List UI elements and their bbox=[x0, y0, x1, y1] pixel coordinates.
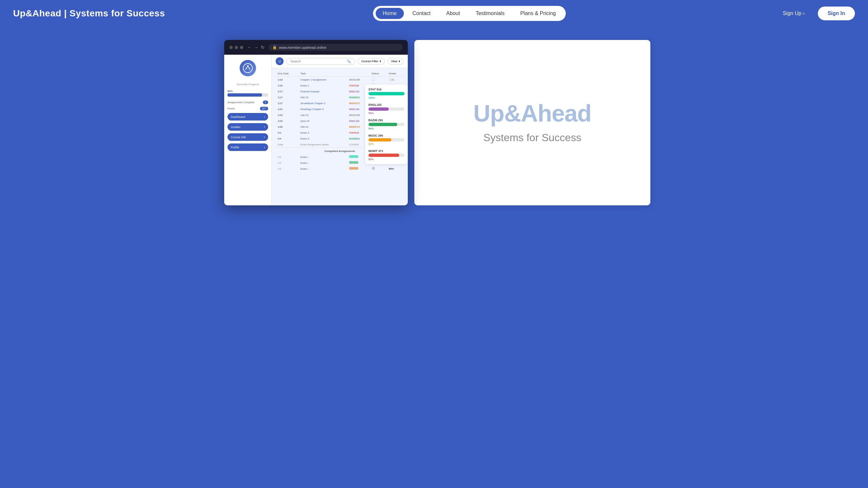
grade-bar-fill bbox=[368, 92, 404, 95]
cell-completed-status bbox=[370, 166, 387, 172]
back-icon[interactable]: ← bbox=[247, 45, 251, 50]
grade-course-item: BADM 291 80% bbox=[368, 119, 404, 130]
browser-nav-icons: ← → ↻ bbox=[247, 45, 265, 50]
grade-percent-label: 85% bbox=[368, 158, 404, 161]
branding-panel: Up&Ahead Systems for Success bbox=[414, 40, 650, 205]
browser-titlebar: ← → ↻ 🔒 www.member.upahead.online bbox=[224, 40, 408, 55]
browser-url-bar: 🔒 www.member.upahead.online bbox=[269, 44, 403, 51]
grade-percent-label: 64% bbox=[368, 142, 404, 145]
assignments-count: 3 bbox=[263, 101, 268, 104]
cell-task: Enter Assignment Name bbox=[298, 141, 347, 148]
col-course bbox=[347, 71, 369, 77]
progress-bar-container: 85% bbox=[227, 90, 268, 97]
cell-task[interactable]: Podcast Sample bbox=[298, 89, 347, 94]
brand-title: Up&Ahead bbox=[473, 101, 591, 125]
grade-course-item: ENGL102 56% bbox=[368, 103, 404, 115]
app-main-inner: Due Date Task Status Grade bbox=[272, 68, 408, 205]
view-chevron-icon: ▾ bbox=[399, 60, 400, 63]
cell-date: 1/17 bbox=[276, 94, 298, 100]
search-box[interactable]: Search 🔍 bbox=[286, 58, 355, 65]
grade-bar-bg bbox=[368, 92, 404, 95]
grade-course-name: STAT 516 bbox=[368, 88, 404, 91]
signin-button[interactable]: Sign In bbox=[818, 6, 855, 20]
main-nav: Home Contact About Testimonials Plans & … bbox=[373, 6, 566, 21]
svg-point-0 bbox=[243, 64, 252, 73]
cell-date: 1/17 bbox=[276, 100, 298, 106]
col-grade: Grade bbox=[387, 71, 404, 77]
app-main: U Search 🔍 Course Filter ▾ View ▾ bbox=[272, 55, 408, 205]
course-info-arrow-icon: › bbox=[264, 135, 265, 139]
demo-wrapper: ← → ↻ 🔒 www.member.upahead.online bbox=[218, 33, 650, 205]
grade-bar-bg bbox=[368, 123, 404, 126]
grade-course-name: ENGL102 bbox=[368, 103, 404, 106]
grade-bar-bg bbox=[368, 154, 404, 157]
header-actions: Sign Up › Sign In bbox=[774, 6, 855, 20]
nav-item-contact[interactable]: Contact bbox=[405, 8, 438, 19]
cell-task[interactable]: Exam 2 bbox=[298, 136, 347, 141]
profile-arrow-icon: › bbox=[264, 145, 265, 149]
signup-button[interactable]: Sign Up › bbox=[774, 6, 814, 20]
app-toolbar: U Search 🔍 Course Filter ▾ View ▾ bbox=[272, 55, 408, 68]
dashboard-arrow-icon: › bbox=[264, 115, 265, 119]
lock-icon: 🔒 bbox=[272, 45, 277, 50]
app-logo-icon bbox=[240, 60, 256, 76]
completed-table-row: 1/1 Exam... 85% bbox=[276, 166, 404, 172]
table-row: 1/16 Chapter 1 Assignment MGSC290 --% bbox=[276, 77, 404, 83]
course-grades-panel: STAT 516 100% ENGL102 56% BADM 291 80% M… bbox=[365, 85, 408, 164]
points-label: Points bbox=[227, 107, 235, 110]
cell-completed-task: Exam... bbox=[298, 154, 347, 160]
cell-task[interactable]: Exam 2 bbox=[298, 130, 347, 136]
cell-completed-task: Exam... bbox=[298, 160, 347, 166]
cell-date: 1/16 bbox=[276, 77, 298, 83]
grade-course-name: MGMT 371 bbox=[368, 149, 404, 153]
cell-task[interactable]: HW #2 bbox=[298, 124, 347, 130]
nav-item-about[interactable]: About bbox=[439, 8, 467, 19]
progress-bar-bg bbox=[227, 93, 268, 97]
grade-percent-label: 80% bbox=[368, 127, 404, 130]
cell-task[interactable]: Lab #2 bbox=[298, 112, 347, 118]
cell-task[interactable]: Readings Chapter 3 bbox=[298, 106, 347, 112]
grades-button[interactable]: Grades › bbox=[227, 123, 268, 131]
cell-date: 1/17 bbox=[276, 89, 298, 94]
view-button[interactable]: View ▾ bbox=[388, 58, 404, 65]
grade-bar-fill bbox=[368, 123, 397, 126]
dot-green bbox=[240, 46, 243, 49]
cell-date: 1/16 bbox=[276, 83, 298, 89]
cell-task[interactable]: Quiz #4 bbox=[298, 118, 347, 124]
points-value: 327 bbox=[260, 107, 268, 110]
grade-bar-fill bbox=[368, 107, 389, 111]
search-placeholder: Search bbox=[290, 60, 301, 63]
header: Up&Ahead | Systems for Success Home Cont… bbox=[0, 0, 868, 27]
nav-item-testimonials[interactable]: Testimonials bbox=[468, 8, 512, 19]
sidebar-logo bbox=[227, 60, 268, 76]
nav-item-home[interactable]: Home bbox=[376, 8, 404, 19]
cell-task[interactable]: HW #2 bbox=[298, 94, 347, 100]
cell-completed-date: 1/1 bbox=[276, 154, 298, 160]
course-filter-button[interactable]: Course Filter ▾ bbox=[358, 58, 385, 65]
cell-date: 1/30 bbox=[276, 124, 298, 130]
cell-task[interactable]: Exam 1 bbox=[298, 83, 347, 89]
app-sidebar: Semester Progress 85% Assignments Comple… bbox=[224, 55, 272, 205]
browser-content: Semester Progress 85% Assignments Comple… bbox=[224, 55, 408, 205]
cell-task[interactable]: SmartBook Chapter 2 bbox=[298, 100, 347, 106]
forward-icon[interactable]: → bbox=[254, 45, 258, 50]
reload-icon[interactable]: ↻ bbox=[261, 45, 265, 50]
cell-grade: --% bbox=[387, 77, 404, 83]
browser-mockup: ← → ↻ 🔒 www.member.upahead.online bbox=[224, 40, 408, 205]
profile-button[interactable]: Profile › bbox=[227, 143, 268, 151]
course-info-button[interactable]: Course Info › bbox=[227, 133, 268, 141]
cell-date: 1/21 bbox=[276, 106, 298, 112]
nav-item-plans-pricing[interactable]: Plans & Pricing bbox=[513, 8, 563, 19]
filter-chevron-icon: ▾ bbox=[380, 60, 381, 63]
cell-task[interactable]: Chapter 1 Assignment bbox=[298, 77, 347, 83]
cell-course: MGSC290 bbox=[347, 77, 369, 83]
progress-value: 85% bbox=[227, 90, 268, 93]
cell-date: 2/4 bbox=[276, 136, 298, 141]
grade-percent-label: 56% bbox=[368, 112, 404, 115]
col-task: Task bbox=[298, 71, 347, 77]
cell-date: Date bbox=[276, 141, 298, 148]
grade-course-name: MGSC 290 bbox=[368, 134, 404, 137]
grade-percent-label: 100% bbox=[368, 96, 404, 99]
dashboard-button[interactable]: Dashboard › bbox=[227, 113, 268, 121]
svg-point-1 bbox=[247, 65, 248, 66]
